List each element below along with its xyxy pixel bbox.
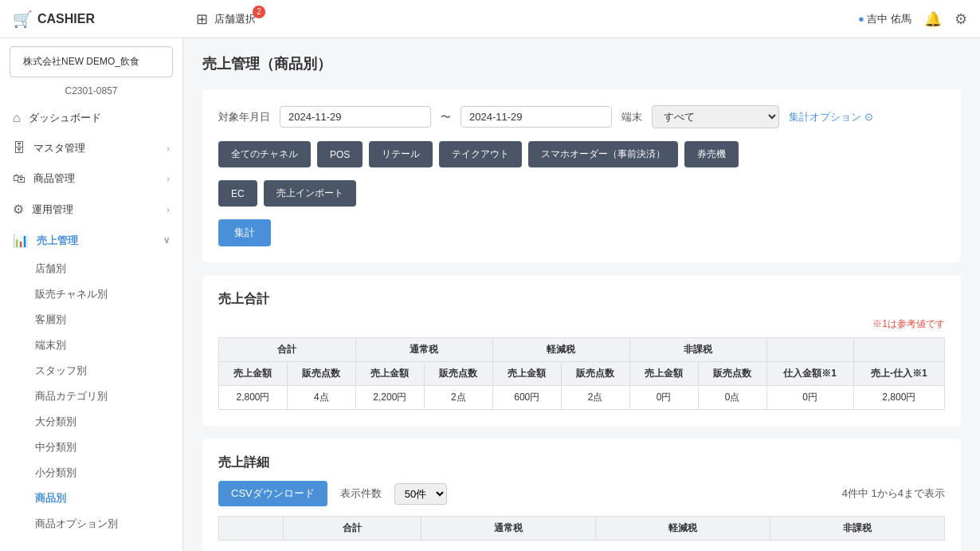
channel-btn-ticket[interactable]: 券売機 <box>684 141 739 167</box>
cell-sales-count-non: 0点 <box>698 386 766 410</box>
channel-buttons-2: EC 売上インポート <box>218 180 945 207</box>
database-icon: 🗄 <box>13 141 25 155</box>
detail-col-reduced-tax: 軽減税 <box>595 517 770 541</box>
detail-controls: CSVダウンロード 表示件数 50件 4件中 1から4まで表示 <box>218 481 945 506</box>
sidebar-item-master[interactable]: 🗄 マスタ管理 › <box>0 133 182 163</box>
cell-profit: 2,800円 <box>853 386 944 410</box>
settings-icon[interactable]: ⚙ <box>955 10 967 28</box>
summary-title: 売上合計 <box>218 291 945 308</box>
store-select[interactable]: 店舗選択 2 <box>214 12 256 26</box>
chart-icon: 📊 <box>13 233 29 248</box>
col-sales-amount-non: 売上金額 <box>629 362 698 386</box>
cell-sales-amount-total: 2,800円 <box>219 386 288 410</box>
sidebar-sub-item-mid-category[interactable]: 中分類別 <box>35 435 182 460</box>
sales-summary-section: 売上合計 ※1は参考値です 合計 通常税 軽減税 非課税 売上金額 販売点数 <box>202 275 961 426</box>
cell-sales-count-normal: 2点 <box>424 386 492 410</box>
csv-download-button[interactable]: CSVダウンロード <box>218 481 327 506</box>
sidebar-sub-item-product[interactable]: 商品別 <box>35 486 182 511</box>
sidebar-sub-item-terminal[interactable]: 端末別 <box>35 333 182 358</box>
settings-icon: ⚙ <box>13 202 24 217</box>
summary-row: 2,800円 4点 2,200円 2点 600円 2点 0円 0点 0円 2,8… <box>219 386 945 410</box>
filter-row: 対象年月日 〜 端末 すべて 集計オプション ⊙ <box>218 105 945 128</box>
sales-detail-section: 売上詳細 CSVダウンロード 表示件数 50件 4件中 1から4まで表示 合計 … <box>202 439 961 551</box>
channel-btn-smartphone[interactable]: スマホオーダー（事前決済） <box>528 141 678 167</box>
terminal-label: 端末 <box>621 110 642 124</box>
header: 🛒 CASHIER ⊞ 店舗選択 2 ● 吉中 佑馬 🔔 ⚙ <box>0 0 980 38</box>
detail-col-total: 合計 <box>283 517 421 541</box>
summary-group-non-tax: 非課税 <box>629 338 766 362</box>
main-content: 売上管理（商品別） 対象年月日 〜 端末 すべて 集計オプション ⊙ 全てのチャ… <box>183 38 980 551</box>
sidebar-sub-item-large-category[interactable]: 大分類別 <box>35 409 182 435</box>
sidebar-item-sales[interactable]: 📊 売上管理 ∨ <box>0 225 182 256</box>
sidebar-sub-item-category[interactable]: 商品カテゴリ別 <box>35 384 182 409</box>
channel-btn-ec[interactable]: EC <box>218 180 257 207</box>
sidebar-sub-item-product-option[interactable]: 商品オプション別 <box>35 511 182 537</box>
aggregate-row: 集計 <box>218 219 945 246</box>
grid-icon[interactable]: ⊞ <box>196 10 208 28</box>
circle-chevron-icon: ⊙ <box>864 111 873 123</box>
sidebar-sub-item-staff[interactable]: スタッフ別 <box>35 358 182 384</box>
date-label: 対象年月日 <box>218 110 270 124</box>
company-id: C2301-0857 <box>0 85 182 96</box>
channel-btn-takeout[interactable]: テイクアウト <box>439 141 522 167</box>
cart-icon: 🛒 <box>13 10 33 29</box>
detail-title: 売上詳細 <box>218 455 945 471</box>
sidebar-sub-item-customer[interactable]: 客層別 <box>35 307 182 333</box>
reference-note: ※1は参考値です <box>218 317 945 331</box>
layout: 株式会社NEW DEMO_飲食 C2301-0857 ⌂ ダッシュボード 🗄 マ… <box>0 38 980 551</box>
chevron-right-icon: › <box>167 174 170 183</box>
page-title: 売上管理（商品別） <box>202 54 961 73</box>
detail-col-normal-tax: 通常税 <box>421 517 595 541</box>
date-from-input[interactable] <box>280 106 431 128</box>
agg-option[interactable]: 集計オプション ⊙ <box>789 110 873 124</box>
col-sales-count-non: 販売点数 <box>698 362 766 386</box>
sidebar-item-label: 売上管理 <box>37 234 78 248</box>
col-sales-count-normal: 販売点数 <box>424 362 492 386</box>
chevron-right-icon: › <box>167 205 170 214</box>
chevron-right-icon: › <box>167 144 170 153</box>
channel-btn-pos[interactable]: POS <box>317 141 363 167</box>
header-right: ● 吉中 佑馬 🔔 ⚙ <box>858 10 967 28</box>
col-purchase-amount: 仕入金額※1 <box>766 362 853 386</box>
cell-sales-amount-normal: 2,200円 <box>355 386 424 410</box>
sidebar-item-label: ダッシュボード <box>29 111 101 125</box>
cell-sales-count-total: 4点 <box>287 386 355 410</box>
tilde: 〜 <box>441 110 451 124</box>
sidebar-sub-item-store[interactable]: 店舗別 <box>35 256 182 281</box>
cell-purchase-amount: 0円 <box>766 386 853 410</box>
summary-group-profit <box>853 338 944 362</box>
sidebar-item-dashboard[interactable]: ⌂ ダッシュボード <box>0 103 182 133</box>
channel-btn-retail[interactable]: リテール <box>369 141 433 167</box>
date-to-input[interactable] <box>461 106 612 128</box>
summary-table: 合計 通常税 軽減税 非課税 売上金額 販売点数 売上金額 販売点数 売上金額 … <box>218 337 945 410</box>
sidebar-sub-item-channel[interactable]: 販売チャネル別 <box>35 281 182 307</box>
home-icon: ⌂ <box>13 111 21 125</box>
summary-group-total: 合計 <box>219 338 356 362</box>
col-sales-amount-normal: 売上金額 <box>355 362 424 386</box>
sidebar-item-products[interactable]: 🛍 商品管理 › <box>0 163 182 194</box>
channel-btn-all[interactable]: 全てのチャネル <box>218 141 311 167</box>
sidebar-item-operations[interactable]: ⚙ 運用管理 › <box>0 194 182 225</box>
cell-sales-count-reduced: 2点 <box>561 386 629 410</box>
chevron-down-icon: ∨ <box>163 235 170 246</box>
count-select[interactable]: 50件 <box>394 483 447 505</box>
notification-icon[interactable]: 🔔 <box>924 10 942 28</box>
col-profit: 売上-仕入※1 <box>853 362 944 386</box>
channel-btn-import[interactable]: 売上インポート <box>264 180 356 207</box>
pagination-info: 4件中 1から4まで表示 <box>842 486 945 501</box>
sidebar: 株式会社NEW DEMO_飲食 C2301-0857 ⌂ ダッシュボード 🗄 マ… <box>0 38 183 551</box>
cell-sales-amount-reduced: 600円 <box>492 386 561 410</box>
summary-group-normal-tax: 通常税 <box>355 338 492 362</box>
channel-buttons: 全てのチャネル POS リテール テイクアウト スマホオーダー（事前決済） 券売… <box>218 141 945 167</box>
aggregate-button[interactable]: 集計 <box>218 219 271 246</box>
header-center: ⊞ 店舗選択 2 <box>196 10 858 28</box>
logo-text: CASHIER <box>37 12 95 26</box>
detail-col-empty <box>219 517 284 541</box>
sidebar-item-label: マスタ管理 <box>33 141 85 155</box>
terminal-select[interactable]: すべて <box>652 105 779 128</box>
company-name[interactable]: 株式会社NEW DEMO_飲食 <box>10 46 173 77</box>
sidebar-sub-item-small-category[interactable]: 小分類別 <box>35 460 182 486</box>
shopping-icon: 🛍 <box>13 171 25 186</box>
cell-sales-amount-non: 0円 <box>629 386 698 410</box>
count-label: 表示件数 <box>340 486 382 501</box>
